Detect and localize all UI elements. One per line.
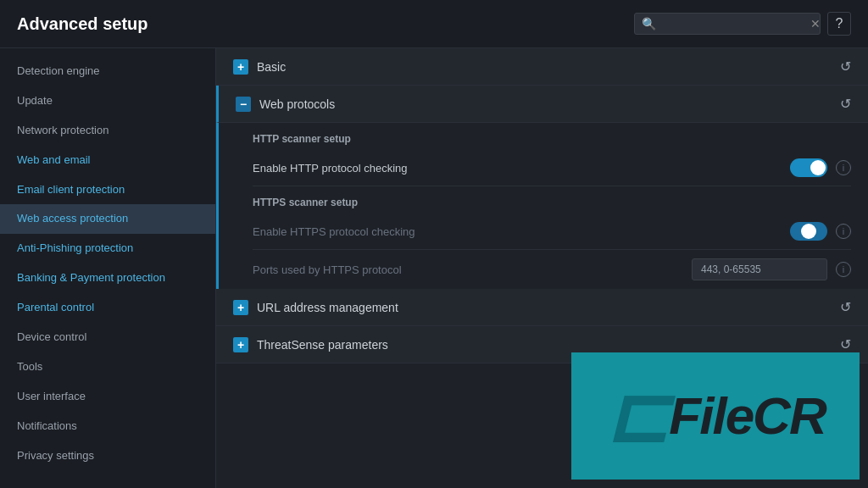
search-box[interactable]: 🔍 ✕ (634, 13, 821, 35)
enable-http-info-icon[interactable]: i (836, 160, 851, 175)
search-icon: 🔍 (642, 17, 656, 30)
setting-ports-https: Ports used by HTTPS protocol i (253, 250, 851, 289)
sidebar-item-update[interactable]: Update (0, 86, 215, 116)
watermark-bracket-open: ⊏ (605, 378, 669, 454)
search-clear-button[interactable]: ✕ (809, 17, 822, 30)
sidebar-item-banking-payment[interactable]: Banking & Payment protection (0, 263, 215, 293)
section-threatsense-expand-icon[interactable]: + (233, 337, 248, 352)
section-web-protocols-left: − Web protocols (236, 97, 335, 112)
sidebar-item-device-control[interactable]: Device control (0, 323, 215, 352)
app-header: Advanced setup 🔍 ✕ ? (0, 0, 868, 48)
enable-https-controls: i (790, 222, 851, 241)
section-basic-reset-icon[interactable]: ↺ (840, 58, 851, 75)
sidebar-item-network-protection[interactable]: Network protection (0, 116, 215, 146)
ports-https-info-icon[interactable]: i (836, 262, 851, 277)
http-scanner-label: HTTP scanner setup (253, 123, 851, 150)
sidebar-item-web-and-email[interactable]: Web and email (0, 146, 215, 175)
section-basic-left: + Basic (233, 59, 286, 75)
setting-enable-https: Enable HTTPS protocol checking i (253, 214, 851, 250)
section-basic-label: Basic (257, 60, 286, 74)
sidebar-item-parental-control[interactable]: Parental control (0, 293, 215, 323)
search-input[interactable] (661, 18, 804, 30)
watermark-content: ⊏ FileCR (605, 378, 825, 454)
sidebar-item-anti-phishing[interactable]: Anti-Phishing protection (0, 234, 215, 263)
help-button[interactable]: ? (827, 12, 851, 36)
ports-https-input[interactable] (692, 258, 827, 280)
https-scanner-label: HTTPS scanner setup (253, 186, 851, 214)
ports-https-label: Ports used by HTTPS protocol (253, 263, 675, 276)
setting-enable-http: Enable HTTP protocol checking i (253, 150, 851, 186)
section-threatsense-label: ThreatSense parameters (257, 338, 388, 352)
section-url-management-left: + URL address management (233, 300, 398, 315)
section-threatsense-reset-icon[interactable]: ↺ (840, 336, 851, 352)
section-threatsense-left: + ThreatSense parameters (233, 337, 388, 352)
sidebar-item-tools[interactable]: Tools (0, 352, 215, 382)
enable-http-toggle[interactable] (790, 158, 827, 177)
section-basic-expand-icon[interactable]: + (233, 59, 248, 75)
enable-http-controls: i (790, 158, 851, 177)
sidebar-item-email-client-protection[interactable]: Email client protection (0, 175, 215, 205)
header-controls: 🔍 ✕ ? (634, 12, 851, 36)
enable-https-label: Enable HTTPS protocol checking (253, 225, 773, 238)
section-web-protocols-content: HTTP scanner setup Enable HTTP protocol … (216, 123, 868, 289)
sidebar: Detection engine Update Network protecti… (0, 48, 216, 488)
section-url-management-label: URL address management (257, 301, 398, 314)
watermark: ⊏ FileCR (571, 352, 860, 480)
enable-https-info-icon[interactable]: i (836, 224, 851, 239)
ports-https-controls: i (692, 258, 851, 280)
sidebar-item-web-access-protection[interactable]: Web access protection (0, 204, 215, 234)
sidebar-item-user-interface[interactable]: User interface (0, 382, 215, 412)
sidebar-item-detection-engine[interactable]: Detection engine (0, 57, 215, 86)
watermark-text: FileCR (669, 390, 825, 442)
section-web-protocols-expand-icon[interactable]: − (236, 97, 251, 112)
section-web-protocols-reset-icon[interactable]: ↺ (840, 96, 851, 112)
section-url-management-reset-icon[interactable]: ↺ (840, 299, 851, 315)
section-basic-header[interactable]: + Basic ↺ (216, 48, 868, 86)
sidebar-item-privacy-settings[interactable]: Privacy settings (0, 441, 215, 471)
enable-http-label: Enable HTTP protocol checking (253, 162, 773, 175)
section-url-management-header[interactable]: + URL address management ↺ (216, 289, 868, 326)
sidebar-item-notifications[interactable]: Notifications (0, 412, 215, 441)
section-url-management-expand-icon[interactable]: + (233, 300, 248, 315)
page-title: Advanced setup (17, 14, 147, 34)
enable-https-toggle[interactable] (790, 222, 827, 241)
section-web-protocols-label: Web protocols (259, 97, 335, 111)
section-web-protocols-header[interactable]: − Web protocols ↺ (216, 86, 868, 123)
